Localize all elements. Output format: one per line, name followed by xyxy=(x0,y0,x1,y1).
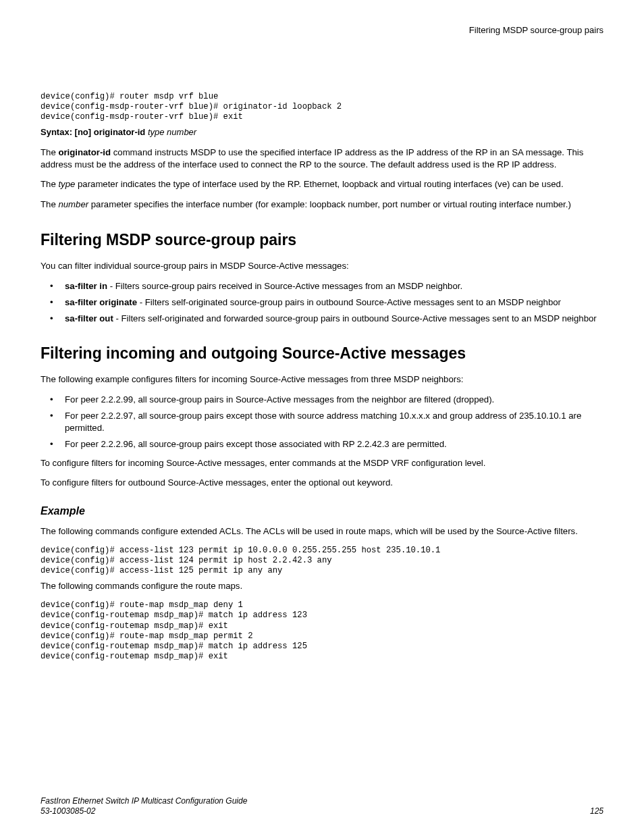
text: - Filters self-originated and forwarded … xyxy=(113,313,597,323)
text: The xyxy=(41,179,58,189)
peer-list: For peer 2.2.2.99, all source-group pair… xyxy=(41,394,603,450)
paragraph-msgs-intro: The following example configures filters… xyxy=(41,373,603,386)
list-item: For peer 2.2.2.97, all source-group pair… xyxy=(41,410,603,434)
footer-left: FastIron Ethernet Switch IP Multicast Co… xyxy=(41,796,247,816)
text: parameter indicates the type of interfac… xyxy=(75,179,563,189)
term-originator-id: originator-id xyxy=(58,147,111,157)
code-block-originator: device(config)# router msdp vrf blue dev… xyxy=(41,92,603,123)
code-block-routemaps: device(config)# route-map msdp_map deny … xyxy=(41,600,603,662)
term-number: number xyxy=(58,199,88,209)
running-header: Filtering MSDP source-group pairs xyxy=(41,24,603,36)
paragraph-type-param: The type parameter indicates the type of… xyxy=(41,178,603,190)
paragraph-incoming-config: To configure filters for incoming Source… xyxy=(41,457,603,469)
footer-doc-title: FastIron Ethernet Switch IP Multicast Co… xyxy=(41,796,247,806)
text: The xyxy=(41,147,58,157)
text: parameter specifies the interface number… xyxy=(88,199,571,209)
term-sa-filter-out: sa-filter out xyxy=(65,313,113,323)
term-sa-filter-in: sa-filter in xyxy=(65,281,107,291)
paragraph-filter-intro: You can filter individual source-group p… xyxy=(41,260,603,272)
heading-filtering-pairs: Filtering MSDP source-group pairs xyxy=(41,230,603,251)
list-item: For peer 2.2.2.96, all source-group pair… xyxy=(41,438,603,450)
paragraph-outbound-config: To configure filters for outbound Source… xyxy=(41,477,603,489)
syntax-line: Syntax: [no] originator-id type number xyxy=(41,126,603,138)
term-type: type xyxy=(58,179,75,189)
syntax-prefix: Syntax: [no] originator-id xyxy=(41,127,145,137)
paragraph-number-param: The number parameter specifies the inter… xyxy=(41,199,603,211)
syntax-args: type number xyxy=(148,127,196,137)
list-item: sa-filter in - Filters source-group pair… xyxy=(41,280,603,292)
heading-filtering-messages: Filtering incoming and outgoing Source-A… xyxy=(41,343,603,364)
heading-example: Example xyxy=(41,504,603,519)
term-sa-filter-originate: sa-filter originate xyxy=(65,297,137,307)
page-footer: FastIron Ethernet Switch IP Multicast Co… xyxy=(41,796,603,816)
filter-type-list: sa-filter in - Filters source-group pair… xyxy=(41,280,603,324)
list-item: For peer 2.2.2.99, all source-group pair… xyxy=(41,394,603,406)
text: command instructs MSDP to use the specif… xyxy=(41,147,583,170)
code-block-acls: device(config)# access-list 123 permit i… xyxy=(41,546,603,577)
list-item: sa-filter out - Filters self-originated … xyxy=(41,313,603,325)
paragraph-routemap-intro: The following commands configure the rou… xyxy=(41,580,603,592)
footer-page-number: 125 xyxy=(590,806,603,816)
text: - Filters source-group pairs received in… xyxy=(107,281,462,291)
paragraph-originator-desc: The originator-id command instructs MSDP… xyxy=(41,147,603,171)
paragraph-example-intro: The following commands configure extende… xyxy=(41,525,603,538)
footer-doc-number: 53-1003085-02 xyxy=(41,806,95,816)
text: - Filters self-originated source-group p… xyxy=(137,297,561,307)
text: The xyxy=(41,199,58,209)
list-item: sa-filter originate - Filters self-origi… xyxy=(41,296,603,309)
